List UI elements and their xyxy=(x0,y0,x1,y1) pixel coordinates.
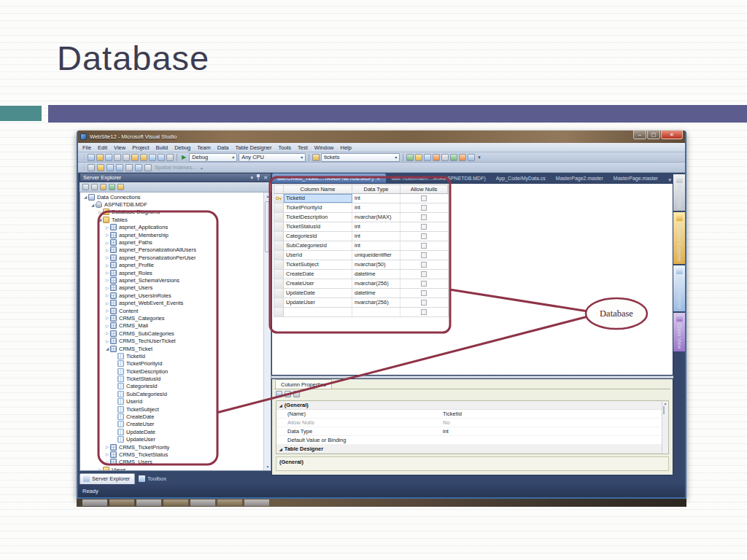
tree-expander-icon[interactable]: ▷ xyxy=(104,308,110,313)
allow-nulls-cell[interactable] xyxy=(400,260,447,269)
tree-item[interactable]: ◢ ASPNETDB.MDF xyxy=(80,201,263,208)
tree-item[interactable]: ▷ aspnet_Roles xyxy=(80,269,263,276)
column-name-cell[interactable]: UpdateDate xyxy=(284,289,352,298)
tree-expander-icon[interactable]: ▷ xyxy=(104,452,110,456)
tree-expander-icon[interactable]: ◢ xyxy=(90,203,96,207)
tree-item[interactable]: ▷ CRMS_TicketPriority xyxy=(80,443,263,451)
document-tab[interactable]: dbo.CRMS_Ticket:...TA\ASPNETDB.MDF) ✕ xyxy=(271,173,387,183)
allow-nulls-cell[interactable] xyxy=(400,222,447,231)
column-name-cell[interactable]: TicketSubject xyxy=(284,260,352,269)
toolbar-icon[interactable] xyxy=(149,154,156,161)
allow-nulls-checkbox[interactable] xyxy=(421,195,427,201)
tree-item[interactable]: TicketPriorityId xyxy=(80,360,263,368)
row-selector[interactable] xyxy=(274,279,284,288)
tree-item[interactable]: CategoriesId xyxy=(80,383,263,390)
allow-nulls-checkbox[interactable] xyxy=(421,262,427,268)
document-tab[interactable]: MasterPage.master ✕ xyxy=(608,173,663,183)
row-selector[interactable] xyxy=(274,203,284,212)
spatial-indexes-button[interactable]: Spatial Indexes... xyxy=(155,164,197,171)
column-name-cell[interactable]: UserId xyxy=(284,251,352,260)
tree-expander-icon[interactable]: ▷ xyxy=(97,467,103,471)
scroll-down-icon[interactable]: ▼ xyxy=(264,463,271,470)
row-selector[interactable] xyxy=(274,289,284,298)
tree-expander-icon[interactable]: ▷ xyxy=(104,255,110,260)
allow-nulls-cell[interactable] xyxy=(400,289,447,298)
tree-expander-icon[interactable]: ▷ xyxy=(104,248,110,252)
tree-item[interactable]: CreateDate xyxy=(80,413,263,420)
tree-item[interactable]: ▷ aspnet_Membership xyxy=(80,231,263,238)
menu-item[interactable]: Debug xyxy=(174,144,190,151)
data-type-cell[interactable]: datetime xyxy=(352,289,400,298)
row-selector[interactable] xyxy=(274,251,284,260)
allow-nulls-checkbox[interactable] xyxy=(421,205,427,211)
table-row[interactable] xyxy=(274,308,449,317)
menu-item[interactable]: Window xyxy=(314,144,334,151)
property-value[interactable] xyxy=(443,436,668,444)
scrollbar-thumb[interactable] xyxy=(663,406,665,414)
toolbar-icon[interactable] xyxy=(459,154,466,161)
menu-item[interactable]: Build xyxy=(156,144,169,151)
tree-expander-icon[interactable]: ▷ xyxy=(104,445,110,449)
toolbar-icon[interactable] xyxy=(105,154,112,161)
tree-item[interactable]: TicketId xyxy=(80,352,263,359)
data-type-cell[interactable]: nvarchar(256) xyxy=(352,298,400,307)
tree-item[interactable]: ▷ CRMS_TechUserTicket xyxy=(80,337,263,344)
menu-item[interactable]: Edit xyxy=(98,144,107,151)
data-type-cell[interactable]: int xyxy=(352,203,400,212)
allow-nulls-checkbox[interactable] xyxy=(421,271,427,277)
tree-item[interactable]: ◢ Data Connections xyxy=(80,193,263,201)
tree-item[interactable]: ▷ aspnet_Applications xyxy=(80,224,263,231)
allow-nulls-cell[interactable] xyxy=(400,279,447,288)
column-name-cell[interactable] xyxy=(284,308,352,316)
column-name-cell[interactable]: TicketStatusId xyxy=(284,222,352,231)
table-row[interactable]: TicketSubject nvarchar(50) xyxy=(274,260,449,270)
toolbar-icon[interactable] xyxy=(433,154,440,161)
tree-item[interactable]: ▷ aspnet_PersonalizationPerUser xyxy=(80,254,263,261)
tree-item[interactable]: ◢ CRMS_Ticket xyxy=(80,345,263,352)
tree-scrollbar[interactable]: ▲ ▼ xyxy=(263,192,271,470)
tree-item[interactable]: ▷ CRMS_TicketStatus xyxy=(80,451,263,458)
property-value[interactable]: TicketId xyxy=(443,410,668,418)
data-type-cell[interactable]: nvarchar(256) xyxy=(352,279,400,288)
menu-item[interactable]: Project xyxy=(132,144,149,151)
autohide-tab[interactable]: Solution Explorer xyxy=(673,212,685,264)
tree-item[interactable]: ▷ CRMS_Mail xyxy=(80,322,263,330)
tree-item[interactable]: ▷ CRMS_Categories xyxy=(80,314,263,322)
toolbar-icon[interactable] xyxy=(117,184,124,190)
toolbar-icon[interactable] xyxy=(96,154,104,161)
table-row[interactable]: UpdateUser nvarchar(256) xyxy=(274,298,449,308)
column-name-cell[interactable]: TicketDescription xyxy=(284,213,352,222)
menu-item[interactable]: Team xyxy=(197,144,210,151)
tree-expander-icon[interactable]: ▷ xyxy=(104,331,110,335)
tree-item[interactable]: UpdateUser xyxy=(80,436,263,443)
close-panel-icon[interactable]: ✕ xyxy=(263,175,268,181)
scrollbar-thumb[interactable] xyxy=(265,201,271,252)
toolbar-icon[interactable] xyxy=(166,154,174,161)
data-type-cell[interactable]: nvarchar(50) xyxy=(352,260,400,269)
allow-nulls-cell[interactable] xyxy=(400,270,447,279)
property-section-table-designer[interactable]: Table Designer xyxy=(276,445,668,454)
table-row[interactable]: TicketId int xyxy=(274,194,449,203)
menu-item[interactable]: Help xyxy=(340,144,351,151)
table-row[interactable]: SubCategoriesId int xyxy=(274,241,449,251)
tree-item[interactable]: ▷ aspnet_Profile xyxy=(80,262,263,269)
data-type-cell[interactable]: int xyxy=(352,222,400,231)
solution-configurations-select[interactable]: Debug xyxy=(189,153,237,162)
tree-item[interactable]: ▷ Content xyxy=(80,307,263,314)
allow-nulls-checkbox[interactable] xyxy=(421,290,427,296)
toolbar-icon[interactable] xyxy=(441,154,449,161)
toolbar-overflow-icon[interactable]: ▾ xyxy=(478,155,481,160)
column-name-cell[interactable]: TicketPriorityId xyxy=(284,203,352,212)
solution-platforms-select[interactable]: Any CPU xyxy=(239,153,306,162)
tree-item[interactable]: ▷ aspnet_Paths xyxy=(80,238,263,246)
data-type-cell[interactable]: uniqueidentifier xyxy=(352,251,400,260)
table-row[interactable]: CreateUser nvarchar(256) xyxy=(274,279,449,289)
property-pages-icon[interactable] xyxy=(293,391,300,397)
data-type-cell[interactable] xyxy=(352,308,400,316)
tree-expander-icon[interactable]: ▷ xyxy=(104,293,110,298)
property-row[interactable]: Data Type int xyxy=(276,427,668,436)
toolbar-icon[interactable] xyxy=(144,164,152,171)
allow-nulls-checkbox[interactable] xyxy=(421,243,427,249)
toolbar-icon[interactable] xyxy=(91,184,98,190)
tree-item[interactable]: ▷ CRMS_Users xyxy=(80,459,263,466)
